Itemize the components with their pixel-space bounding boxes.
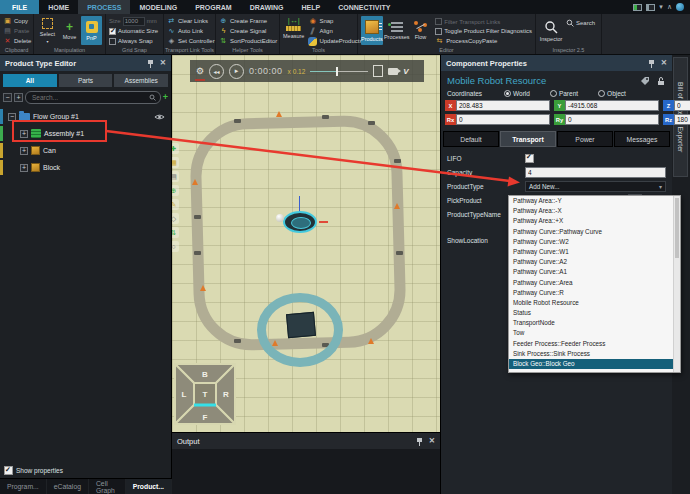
dropdown-item[interactable]: TransportNode [509, 318, 680, 328]
show-properties-checkbox[interactable]: Show properties [4, 466, 63, 475]
search-button[interactable]: Search [566, 19, 595, 27]
select-button[interactable]: Select▾ [37, 16, 58, 45]
dropdown-item[interactable]: Tow [509, 328, 680, 338]
reset-button[interactable]: ◂◂ [209, 64, 224, 79]
tab-connectivity[interactable]: CONNECTIVITY [329, 0, 399, 14]
pin-icon[interactable] [648, 59, 655, 68]
eye-icon[interactable] [154, 113, 165, 121]
tag-icon[interactable] [640, 76, 650, 86]
dropdown-item[interactable]: Status [509, 308, 680, 318]
measure-button[interactable]: Measure [283, 33, 304, 39]
close-icon[interactable]: ✕ [160, 59, 166, 67]
flow-button[interactable]: Flow [411, 16, 431, 45]
dropdown-item[interactable]: Pathway Curve::R [509, 288, 680, 298]
snap-button[interactable]: ◉Snap [308, 17, 362, 25]
expand-all-button[interactable]: + [14, 93, 23, 102]
3d-viewport[interactable]: ✚ ▦ ▤ ⊕ ✎ ◇ ⇅ ○ ⚙ ◂◂ ▸ 0:00:00 x 0.12 V [172, 55, 440, 432]
tab-modeling[interactable]: MODELING [130, 0, 186, 14]
tab-home[interactable]: HOME [39, 0, 78, 14]
layout-icon[interactable] [633, 4, 642, 11]
dropdown-item[interactable]: Pathway Curve::Pathway Curve [509, 227, 680, 237]
view-cube[interactable]: B L T R F [174, 363, 236, 425]
tab-process[interactable]: PROCESS [78, 0, 130, 14]
dropdown-item[interactable]: Mobile Robot Resource [509, 298, 680, 308]
dropdown-scrollbar[interactable] [673, 196, 680, 372]
tab-all[interactable]: All [3, 74, 57, 87]
move-button[interactable]: +Move [59, 16, 80, 45]
process-copy-paste-button[interactable]: ⇆ProcessCopyPaste [435, 37, 532, 45]
dropdown-item[interactable]: Pathway Curve::A2 [509, 257, 680, 267]
viewport-toolbar-icon[interactable]: ○ [172, 241, 179, 252]
capacity-input[interactable] [525, 167, 666, 178]
product-type-dropdown[interactable]: Add New...▾ [525, 181, 666, 192]
dropdown-item[interactable]: Pathway Area::-Y [509, 196, 680, 206]
tree-item-flow-group[interactable]: − Flow Group #1 [0, 108, 171, 125]
tree-item-can[interactable]: + Can [0, 142, 171, 159]
speed-slider[interactable] [310, 67, 368, 76]
auto-link-button[interactable]: ∿Auto Link [167, 27, 215, 35]
close-icon[interactable]: ✕ [429, 437, 435, 445]
tab-help[interactable]: HELP [293, 0, 330, 14]
tab-assemblies[interactable]: Assemblies [114, 74, 168, 87]
add-product-type-button[interactable]: + [163, 93, 168, 102]
vc-logo-icon[interactable]: V [403, 67, 408, 76]
tab-cell-graph[interactable]: Cell Graph [89, 479, 126, 494]
tab-drawing[interactable]: DRAWING [241, 0, 293, 14]
viewport-toolbar-icon[interactable]: ✎ [172, 199, 179, 210]
mobile-robot[interactable] [283, 211, 317, 233]
lock-icon[interactable] [656, 76, 666, 86]
viewport-toolbar-icon[interactable]: ▦ [172, 157, 179, 168]
dropdown-item[interactable]: Pathway Area::-X [509, 206, 680, 216]
block-product[interactable] [286, 312, 316, 338]
play-button[interactable]: ▸ [229, 64, 244, 79]
search-input[interactable] [30, 93, 149, 102]
inspector-button[interactable]: Inspector [539, 16, 563, 45]
close-icon[interactable]: ✕ [661, 59, 667, 67]
set-controller-button[interactable]: ◈Set Controller [167, 37, 215, 45]
tab-product[interactable]: Product... [126, 479, 172, 494]
tab-power[interactable]: Power [557, 131, 613, 147]
viewport-toolbar-icon[interactable]: ⊕ [172, 185, 179, 196]
dropdown-item[interactable]: Pathway Area::+X [509, 216, 680, 226]
viewport-toolbar-icon[interactable]: ▤ [172, 171, 179, 182]
dropdown-item-selected[interactable]: Block Geo::Block Geo [509, 359, 680, 369]
tab-transport[interactable]: Transport [500, 131, 556, 147]
dropdown-item[interactable]: Pathway Curve::Area [509, 278, 680, 288]
collapse-icon[interactable]: − [8, 113, 16, 121]
x-input[interactable] [456, 100, 550, 111]
tab-messages[interactable]: Messages [614, 131, 670, 147]
tab-ecatalog[interactable]: eCatalog [47, 479, 89, 494]
always-snap-checkbox[interactable]: Always Snap [109, 37, 158, 45]
viewport-toolbar-icon[interactable]: ⇅ [172, 227, 179, 238]
pin-icon[interactable] [147, 59, 154, 68]
y-input[interactable] [565, 100, 659, 111]
tree-item-assembly[interactable]: + Assembly #1 [0, 125, 171, 142]
tab-program[interactable]: Program... [0, 479, 47, 494]
products-button[interactable]: Products [361, 16, 383, 45]
rx-input[interactable] [456, 114, 550, 125]
align-button[interactable]: ∥Align [308, 27, 362, 35]
paste-button[interactable]: ▤Paste [3, 27, 31, 35]
grid-size-input[interactable] [123, 17, 145, 26]
dropdown-item[interactable]: Pathway Curve::W1 [509, 247, 680, 257]
dropdown-item[interactable]: Sink Process::Sink Process [509, 349, 680, 359]
collapse-all-button[interactable]: − [3, 93, 12, 102]
z-input[interactable] [674, 100, 690, 111]
export-pdf-icon[interactable] [373, 65, 383, 77]
tree-item-block[interactable]: + Block [0, 159, 171, 176]
sort-product-editor-button[interactable]: ⇅SortProductEditor [219, 37, 277, 45]
ry-input[interactable] [565, 114, 659, 125]
workspace-icon[interactable] [646, 4, 655, 11]
update-products-button[interactable]: UpdateProducts [308, 37, 362, 45]
viewport-toolbar-icon[interactable]: ◇ [172, 213, 179, 224]
pnp-button[interactable]: PnP [81, 16, 102, 45]
toggle-product-filter-diagnostics-checkbox[interactable]: Toggle Product Filter Diagnostics [435, 28, 532, 36]
radio-world[interactable]: World [504, 90, 530, 97]
expand-icon[interactable]: + [20, 130, 28, 138]
product-sphere[interactable] [276, 214, 284, 222]
delete-button[interactable]: ✕Delete [3, 37, 31, 45]
dropdown-item[interactable]: Pathway Curve::W2 [509, 237, 680, 247]
tab-parts[interactable]: Parts [59, 74, 113, 87]
create-signal-button[interactable]: ϟCreate Signal [219, 27, 277, 35]
rz-input[interactable] [674, 114, 690, 125]
